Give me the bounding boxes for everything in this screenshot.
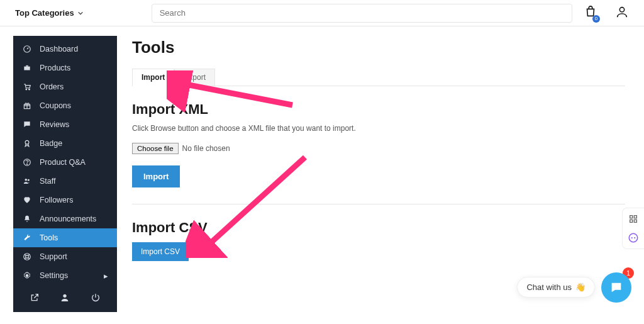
chevron-right-icon: ▸ xyxy=(104,271,108,281)
sidebar-item-label: Reviews xyxy=(40,120,69,129)
sidebar-item-followers[interactable]: Followers xyxy=(13,191,117,209)
gauge-icon xyxy=(22,44,32,54)
profile-button[interactable] xyxy=(60,293,70,304)
import-xml-help: Click Browse button and choose a XML fil… xyxy=(132,124,625,133)
sidebar-item-staff[interactable]: Staff xyxy=(13,172,117,191)
wave-icon: 👋 xyxy=(575,282,586,292)
import-csv-heading: Import CSV xyxy=(132,220,625,236)
svg-point-7 xyxy=(25,140,29,144)
sidebar-item-badge[interactable]: Badge xyxy=(13,134,117,153)
chat-fab[interactable] xyxy=(601,272,631,303)
briefcase-icon xyxy=(22,63,32,73)
svg-rect-18 xyxy=(634,220,636,222)
sidebar-item-products[interactable]: Products xyxy=(13,59,117,77)
sidebar-item-coupons[interactable]: Coupons xyxy=(13,96,117,115)
wrench-icon xyxy=(22,233,32,243)
svg-rect-15 xyxy=(630,216,633,218)
svg-point-0 xyxy=(619,7,624,11)
sidebar-item-label: Product Q&A xyxy=(40,158,86,167)
top-categories-dropdown[interactable]: Top Categories xyxy=(15,8,84,18)
user-icon xyxy=(615,5,629,19)
svg-point-5 xyxy=(29,89,30,90)
import-xml-heading: Import XML xyxy=(132,101,625,118)
power-button[interactable] xyxy=(91,293,101,304)
svg-point-19 xyxy=(629,233,638,242)
users-icon xyxy=(22,176,32,186)
main-content: Tools Import Export Import XML Click Bro… xyxy=(117,26,644,312)
sidebar-item-label: Coupons xyxy=(40,101,71,110)
sidebar-item-settings[interactable]: Settings ▸ xyxy=(13,266,117,285)
cart-icon xyxy=(22,82,32,92)
search-input[interactable] xyxy=(152,4,572,23)
svg-rect-2 xyxy=(24,67,30,70)
chat-pill-text: Chat with us xyxy=(526,282,572,292)
sidebar: Dashboard Products Orders Coupons Review… xyxy=(13,36,117,312)
robot-icon[interactable] xyxy=(626,231,640,245)
import-xml-button[interactable]: Import xyxy=(132,165,180,187)
sidebar-item-label: Products xyxy=(40,64,70,72)
tab-export[interactable]: Export xyxy=(174,69,215,86)
page-title: Tools xyxy=(132,38,625,57)
sidebar-item-label: Tools xyxy=(40,233,58,242)
tabs: Import Export xyxy=(132,69,625,86)
sidebar-item-product-qa[interactable]: Product Q&A xyxy=(13,153,117,172)
external-link-button[interactable] xyxy=(30,293,40,304)
sidebar-item-label: Orders xyxy=(40,82,64,91)
lifebuoy-icon xyxy=(22,252,32,262)
bell-icon xyxy=(22,214,32,224)
import-csv-button[interactable]: Import CSV xyxy=(132,242,189,261)
cart-count-badge: 0 xyxy=(592,15,600,23)
file-status-text: No file chosen xyxy=(182,144,230,153)
tab-import[interactable]: Import xyxy=(132,69,174,86)
sidebar-item-label: Followers xyxy=(40,196,74,204)
chat-icon xyxy=(609,281,623,294)
chat-pill[interactable]: Chat with us 👋 xyxy=(517,277,595,298)
sidebar-item-dashboard[interactable]: Dashboard xyxy=(13,40,117,59)
award-icon xyxy=(22,138,32,148)
floating-toolbar xyxy=(622,208,644,249)
sidebar-item-label: Badge xyxy=(40,139,62,148)
svg-rect-3 xyxy=(26,65,28,67)
heart-icon xyxy=(22,195,32,205)
svg-point-14 xyxy=(64,294,67,298)
comment-icon xyxy=(22,120,32,130)
question-icon xyxy=(22,157,32,167)
sidebar-item-label: Support xyxy=(40,252,67,261)
chevron-down-icon xyxy=(77,10,84,16)
svg-point-11 xyxy=(28,179,30,181)
gear-icon xyxy=(22,271,32,281)
sidebar-item-label: Dashboard xyxy=(40,45,78,53)
svg-point-9 xyxy=(27,164,28,164)
cart-button[interactable]: 0 xyxy=(584,5,597,21)
svg-point-21 xyxy=(634,237,635,238)
sidebar-item-label: Settings xyxy=(40,271,68,280)
svg-point-13 xyxy=(26,255,29,259)
apps-icon[interactable] xyxy=(626,212,640,226)
sidebar-item-announcements[interactable]: Announcements xyxy=(13,209,117,228)
svg-point-20 xyxy=(631,237,633,238)
sidebar-item-tools[interactable]: Tools xyxy=(13,228,117,247)
sidebar-item-support[interactable]: Support xyxy=(13,247,117,266)
sidebar-item-label: Staff xyxy=(40,177,55,186)
sidebar-item-reviews[interactable]: Reviews xyxy=(13,115,117,134)
svg-point-4 xyxy=(26,89,27,90)
svg-rect-17 xyxy=(630,220,633,222)
sidebar-item-label: Announcements xyxy=(40,215,96,223)
account-button[interactable] xyxy=(615,5,629,21)
svg-point-10 xyxy=(25,179,28,181)
svg-rect-16 xyxy=(634,216,636,218)
choose-file-button[interactable]: Choose file xyxy=(132,143,179,154)
divider xyxy=(132,204,625,204)
gift-icon xyxy=(22,101,32,111)
top-categories-label: Top Categories xyxy=(15,8,74,18)
sidebar-item-orders[interactable]: Orders xyxy=(13,77,117,96)
